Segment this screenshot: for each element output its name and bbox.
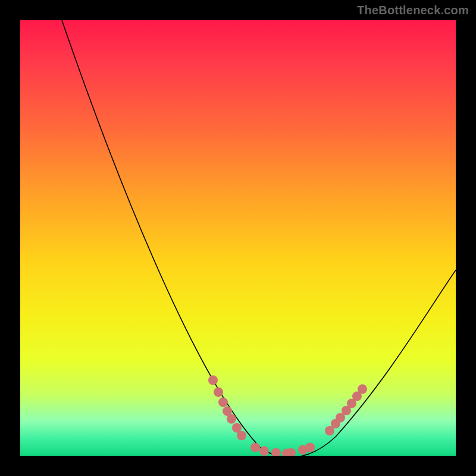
data-point — [208, 375, 218, 385]
chart-svg — [20, 20, 456, 456]
data-point — [305, 443, 315, 452]
data-point — [237, 431, 246, 440]
watermark-text: TheBottleneck.com — [357, 4, 469, 17]
data-point — [358, 384, 367, 394]
data-point — [271, 448, 281, 456]
data-point — [227, 414, 236, 424]
plot-area — [20, 20, 456, 456]
bottleneck-curve — [62, 20, 456, 456]
data-point — [218, 397, 228, 407]
data-point — [214, 387, 223, 397]
dots-group — [208, 375, 367, 456]
data-point — [259, 446, 269, 456]
data-point — [250, 443, 260, 452]
chart-container: TheBottleneck.com — [0, 0, 476, 476]
